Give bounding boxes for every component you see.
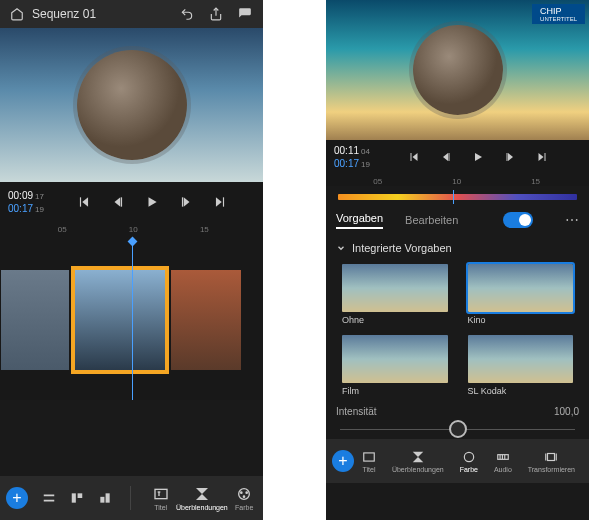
playhead[interactable] [132,240,133,400]
svg-rect-26 [411,153,412,161]
tab-transitions[interactable]: Überblendungen [176,486,228,511]
transform-icon [544,450,558,464]
play-icon[interactable] [145,195,159,209]
playhead[interactable] [453,190,454,204]
timecode: 00:0917 00:1719 [8,189,44,216]
home-icon[interactable] [10,7,24,21]
tab-transform[interactable]: Transformieren [528,450,575,473]
tab-edit[interactable]: Bearbeiten [405,214,458,226]
svg-rect-13 [78,493,83,498]
svg-point-23 [246,492,247,493]
duration-time: 00:17 [8,202,33,215]
section-header[interactable]: Integrierte Vorgaben [326,236,589,260]
preview-monitor[interactable] [0,28,263,182]
title-icon [153,486,169,502]
svg-marker-29 [475,153,482,161]
sequence-title[interactable]: Sequenz 01 [32,7,96,21]
intensity-row: Intensität 100,0 [326,400,589,419]
bottom-bar: + Titel Überblendungen Farbe [0,476,263,520]
tab-audio[interactable]: Audio [494,450,512,473]
color-icon [236,486,252,502]
transitions-icon [411,450,425,464]
step-back-icon[interactable] [111,195,125,209]
svg-rect-14 [100,497,104,503]
step-forward-icon[interactable] [179,195,193,209]
layout-c-icon[interactable] [98,491,112,505]
transitions-icon [194,486,210,502]
svg-rect-15 [106,493,110,502]
step-forward-icon[interactable] [504,151,516,163]
svg-marker-25 [413,153,418,161]
current-time: 00:09 [8,189,33,202]
comment-icon[interactable] [237,7,253,21]
skip-end-icon[interactable] [213,195,227,209]
time-ruler[interactable]: 05 10 15 [326,174,589,186]
svg-rect-7 [182,197,183,206]
svg-marker-19 [196,488,208,494]
clip-3[interactable] [171,270,241,370]
add-button[interactable]: + [6,487,28,509]
preset-film[interactable]: Film [342,335,448,396]
bottom-bar: + Titel Überblendungen Farbe Audio Trans… [326,439,589,483]
preview-thumb [413,25,503,115]
undo-icon[interactable] [179,7,195,21]
svg-marker-36 [413,457,424,462]
svg-point-37 [464,452,473,461]
svg-marker-1 [83,197,89,206]
skip-start-icon[interactable] [408,151,420,163]
svg-rect-42 [548,453,555,460]
phone-right: CHIP UNTERTITEL 00:1104 00:1719 05 10 15… [326,0,589,520]
preview-thumb [77,50,187,160]
svg-rect-10 [44,495,55,497]
preset-ohne[interactable]: Ohne [342,264,448,325]
svg-marker-32 [539,153,544,161]
svg-point-22 [241,492,242,493]
layout-a-icon[interactable] [42,491,56,505]
transport-bar: 00:1104 00:1719 [326,140,589,174]
svg-rect-11 [44,500,55,502]
clip-1[interactable] [1,270,69,370]
svg-rect-31 [507,153,508,161]
svg-marker-20 [196,494,208,500]
color-timeline[interactable] [338,194,577,200]
svg-marker-3 [115,197,121,206]
preset-kino[interactable]: Kino [468,264,574,325]
timecode: 00:1104 00:1719 [334,144,370,171]
step-back-icon[interactable] [440,151,452,163]
share-icon[interactable] [209,7,223,21]
preset-grid: Ohne Kino Film SL Kodak [326,260,589,400]
phone-left: Sequenz 01 00:0917 00:1719 05 10 15 [0,0,263,520]
svg-rect-33 [545,153,546,161]
preview-monitor[interactable]: CHIP UNTERTITEL [326,0,589,140]
svg-marker-8 [216,197,222,206]
slider-knob[interactable] [449,420,467,438]
svg-marker-35 [413,451,424,456]
color-icon [462,450,476,464]
layout-b-icon[interactable] [70,491,84,505]
more-icon[interactable]: ⋯ [565,212,579,228]
clip-2-selected[interactable] [71,266,169,374]
svg-point-24 [244,496,245,497]
intensity-slider[interactable] [340,419,575,439]
transport-bar: 00:0917 00:1719 [0,182,263,222]
tab-title[interactable]: Titel [362,450,376,473]
svg-marker-27 [443,153,448,161]
tab-title[interactable]: Titel [153,486,169,511]
play-icon[interactable] [472,151,484,163]
chevron-down-icon [336,243,346,253]
preset-slkodak[interactable]: SL Kodak [468,335,574,396]
svg-rect-28 [449,153,450,161]
svg-marker-30 [508,153,513,161]
svg-rect-34 [364,452,375,460]
tab-color[interactable]: Farbe [235,486,253,511]
timeline[interactable] [0,240,263,400]
svg-rect-4 [121,197,122,206]
tab-color[interactable]: Farbe [460,450,478,473]
skip-end-icon[interactable] [536,151,548,163]
skip-start-icon[interactable] [77,195,91,209]
tab-presets[interactable]: Vorgaben [336,212,383,229]
add-button[interactable]: + [332,450,354,472]
svg-rect-9 [223,197,224,206]
tab-transitions[interactable]: Überblendungen [392,450,444,473]
enable-toggle[interactable] [503,212,533,228]
